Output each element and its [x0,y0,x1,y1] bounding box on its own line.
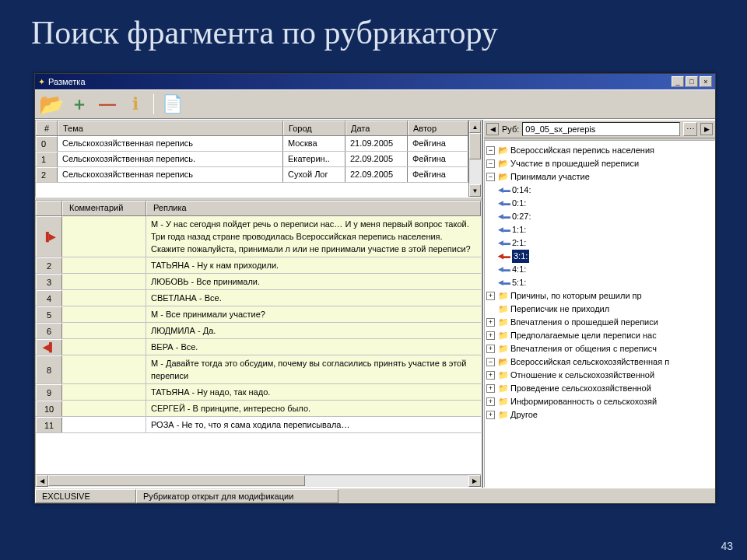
table-row[interactable]: 2Сельскохозяйственная переписьСухой Лог2… [36,167,468,183]
tree-leaf[interactable]: 0:27: [512,210,531,223]
tree-node[interactable]: Впечатления от общения с переписч [510,342,657,355]
minimize-button[interactable]: _ [672,76,684,87]
tree-leaf[interactable]: 0:1: [512,197,526,210]
cell-comment[interactable] [62,257,146,273]
nav-prev-button[interactable]: ◀ [486,123,499,135]
transcript-row[interactable]: 9ТАТЬЯНА - Ну надо, так надо. [36,384,481,401]
tree-node[interactable]: Впечатления о прошедшей переписи [510,316,658,329]
transcript-row[interactable]: 4СВЕТЛАНА - Все. [36,290,481,306]
cell-date: 22.09.2005 [345,152,408,166]
transcript-row[interactable]: 10СЕРГЕЙ - В принципе, интересно было. [36,401,481,417]
tree-leaf[interactable]: 4:1: [512,263,526,276]
tree-node[interactable]: Принимали участие [510,170,590,184]
transcript-row[interactable]: 11РОЗА - Не то, что я сама ходила перепи… [36,417,481,433]
transcript-row[interactable]: ◀▌ВЕРА - Все. [36,339,481,355]
scroll-left-button[interactable]: ◀ [36,475,48,487]
tree-node[interactable]: Всероссийская сельскохозяйственная п [510,355,669,369]
transcript-grid[interactable]: Комментарий Реплика ▐▶М - У нас сегодня … [36,201,481,487]
transcript-row[interactable]: ▐▶М - У нас сегодня пойдет речь о перепи… [36,216,481,257]
add-button[interactable]: ＋ [68,93,91,116]
titlebar: ✦ Разметка _ □ × [35,74,715,89]
rubricator-tree[interactable]: −📂 Всероссийская перепись населения −📂 У… [484,140,715,488]
col-blank [36,201,62,215]
cell-comment[interactable] [62,401,146,416]
tree-leaf[interactable]: 3:1: [512,250,529,263]
scroll-right-button[interactable]: ▶ [468,475,481,487]
open-folder-button[interactable]: 📂 [40,93,63,116]
expand-icon[interactable]: + [486,331,495,340]
scrollbar-vertical[interactable]: ▲ ▼ [468,121,481,197]
expand-icon[interactable]: + [486,371,495,380]
cell-comment[interactable] [62,384,146,400]
col-date[interactable]: Дата [345,121,408,135]
transcript-row[interactable]: 2ТАТЬЯНА - Ну к нам приходили. [36,257,481,274]
scroll-thumb[interactable] [48,475,305,486]
toolbar-separator [153,94,154,114]
timestamp-icon: ◀▬ [498,236,510,250]
transcript-row[interactable]: 5М - Все принимали участие? [36,306,481,323]
tree-node[interactable]: Другое [510,408,538,422]
expand-icon[interactable]: + [486,411,495,419]
tree-leaf[interactable]: 0:14: [512,184,531,197]
cell-comment[interactable] [62,216,146,257]
expand-icon[interactable]: + [486,397,495,406]
col-theme[interactable]: Тема [58,121,283,135]
browse-button[interactable]: ⋯ [683,122,697,136]
col-reply[interactable]: Реплика [146,201,481,215]
col-number[interactable]: # [36,121,58,135]
timestamp-icon: ◀▬ [498,250,510,263]
scroll-thumb[interactable] [469,133,481,159]
scroll-down-button[interactable]: ▼ [469,184,481,197]
table-row[interactable]: 1Сельскохозяйственная перепись.Екатерин.… [36,152,468,167]
remove-button[interactable]: — [96,93,119,116]
cell-comment[interactable] [62,339,146,355]
tree-node[interactable]: Проведение сельскохозяйственной [510,382,651,395]
tree-node[interactable]: Переписчик не приходил [510,303,609,316]
tree-node[interactable]: Причины, по которым решили пр [510,289,642,303]
expand-icon[interactable]: + [486,345,495,353]
col-city[interactable]: Город [283,121,345,135]
tree-node[interactable]: Предполагаемые цели переписи нас [510,329,657,342]
tree-leaf[interactable]: 1:1: [512,223,526,236]
cell-comment[interactable] [62,274,146,289]
maximize-button[interactable]: □ [686,76,698,87]
expand-icon[interactable]: + [486,292,495,300]
cell-date: 21.09.2005 [345,136,408,151]
close-button[interactable]: × [700,76,712,87]
tree-node[interactable]: Участие в прошедшей переписи [510,157,639,170]
cell-comment[interactable] [62,417,146,432]
rubricator-toolbar: ◀ Руб: ⋯ ▶ [484,120,715,138]
expand-icon[interactable]: + [486,318,495,327]
col-comment[interactable]: Комментарий [62,201,146,215]
window-title: Разметка [48,77,672,86]
notes-button[interactable]: 📄 [160,93,184,116]
collapse-icon[interactable]: − [486,146,495,155]
expand-icon[interactable]: + [486,384,495,393]
folder-icon: 📁 [498,303,509,316]
scroll-up-button[interactable]: ▲ [469,121,481,133]
cell-comment[interactable] [62,355,146,383]
tree-node[interactable]: Информированность о сельскохозяй [510,395,657,408]
rubricator-input[interactable] [522,122,680,136]
cell-comment[interactable] [62,306,146,322]
cell-comment[interactable] [62,323,146,338]
tree-node[interactable]: Всероссийская перепись населения [510,144,654,157]
collapse-icon[interactable]: − [486,159,495,168]
col-author[interactable]: Автор [408,121,468,135]
status-exclusive: EXCLUSIVE [35,489,136,503]
tree-node[interactable]: Отношение к сельскохозяйственной [510,369,654,382]
tree-leaf[interactable]: 5:1: [512,276,526,289]
sessions-grid[interactable]: # Тема Город Дата Автор 0Сельскохозяйств… [35,120,482,198]
transcript-row[interactable]: 6ЛЮДМИЛА - Да. [36,323,481,339]
info-button[interactable]: ℹ [124,93,147,116]
cell-comment[interactable] [62,290,146,306]
transcript-row[interactable]: 3ЛЮБОВЬ - Все принимали. [36,274,481,290]
nav-next-button[interactable]: ▶ [700,123,713,135]
table-row[interactable]: 0Сельскохозяйственная переписьМосква21.0… [36,136,468,152]
tree-leaf[interactable]: 2:1: [512,236,526,250]
collapse-icon[interactable]: − [486,358,495,366]
collapse-icon[interactable]: − [486,173,495,181]
row-index: 0 [36,136,58,151]
transcript-row[interactable]: 8М - Давайте тогда это обсудим, почему в… [36,355,481,384]
scrollbar-horizontal[interactable]: ◀ ▶ [36,474,481,487]
